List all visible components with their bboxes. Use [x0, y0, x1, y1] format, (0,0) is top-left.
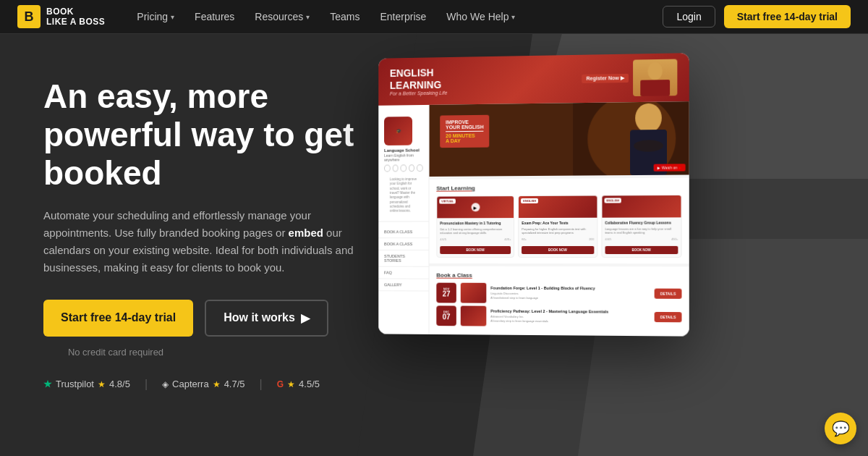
- capterra-icon: ◈: [162, 379, 169, 389]
- trustpilot-label: Trustpilot: [56, 379, 94, 389]
- register-btn[interactable]: Register Now ▶: [582, 74, 629, 83]
- video-section: IMPROVE YOUR ENGLISH 20 MINUTES A DAY ▶ …: [430, 101, 689, 177]
- card-3-title: Collaborative Fluency Group Lessons: [605, 220, 678, 225]
- book-details-btn-1[interactable]: DETAILS: [655, 288, 682, 298]
- book-row-1: Nov 27 Foundation Forge: Level 1 - Build…: [436, 282, 681, 303]
- mockup-browser: ENGLISH LEARNING For a Better Speaking L…: [378, 53, 689, 336]
- card-2-title: Exam Prep: Ace Your Tests: [522, 221, 594, 226]
- card-1-badge: VIRTUAL: [439, 199, 456, 204]
- card-2-book-btn[interactable]: BOOK NOW: [522, 246, 594, 254]
- card-3-body: Collaborative Fluency Group Lessons Lang…: [602, 217, 681, 256]
- card-2-meta: 60+ 200: [522, 237, 594, 241]
- card-3-book-btn[interactable]: BOOK NOW: [605, 246, 678, 254]
- book-info-1: Foundation Forge: Level 1 - Building Blo…: [490, 286, 650, 300]
- nav-item-resources[interactable]: Resources▾: [246, 7, 318, 27]
- trustpilot-stars: ★: [98, 379, 106, 389]
- card-1-image: VIRTUAL ▶: [437, 196, 514, 218]
- chat-button[interactable]: 💬: [825, 413, 856, 444]
- start-learning-section: Start Learning VIRTUAL ▶ Pronunciation M…: [430, 178, 689, 263]
- hero-subtitle: Automate your scheduling and effortlessl…: [43, 207, 362, 276]
- logo-icon: B: [17, 5, 41, 28]
- banner-person-image: [633, 59, 677, 97]
- g2-score: 4.5/5: [299, 379, 320, 389]
- nav-item-enterprise[interactable]: Enterprise: [372, 7, 435, 27]
- card-3-image: ENGLISH: [602, 195, 681, 218]
- card-1: VIRTUAL ▶ Pronunciation Mastery in 1 Tut…: [436, 195, 514, 258]
- hero-section: An easy, more powerful way to get booked…: [0, 34, 868, 456]
- logo-text: BOOK LIKE A BOSS: [46, 7, 105, 28]
- nav-item-pricing[interactable]: Pricing▾: [128, 7, 183, 27]
- card-1-meta: 4.6/5 420+: [440, 237, 511, 241]
- book-info-2: Proficiency Pathway: Level 2 - Mastering…: [490, 309, 650, 324]
- sidebar-info-text: Looking to improve your English for scho…: [384, 174, 423, 216]
- nav-item-teams[interactable]: Teams: [321, 7, 368, 27]
- no-credit-card-text: No credit card required: [43, 347, 188, 358]
- banner-text: ENGLISH LEARNING For a Better Speaking L…: [390, 67, 448, 96]
- card-3-meta: 4.6/5 450+: [605, 237, 678, 240]
- card-2-badge: ENGLISH: [521, 198, 538, 203]
- sidebar-nav-gallery[interactable]: GALLERY: [378, 279, 428, 291]
- card-2-body: Exam Prep: Ace Your Tests Preparing for …: [519, 218, 597, 257]
- book-class-image-1: [461, 282, 487, 303]
- card-3-reviews: 450+: [671, 237, 678, 240]
- svg-point-0: [647, 62, 662, 80]
- sidebar-nav-book-class-2[interactable]: BOOK A CLASS: [378, 238, 428, 250]
- card-1-title: Pronunciation Mastery in 1 Tutoring: [440, 221, 511, 226]
- book-details-btn-2[interactable]: DETAILS: [655, 312, 682, 322]
- hero-trial-button[interactable]: Start free 14-day trial: [43, 300, 193, 337]
- card-2: ENGLISH Exam Prep: Ace Your Tests Prepar…: [518, 195, 597, 258]
- book-class-title: Book a Class: [436, 271, 681, 279]
- sidebar-social: [384, 164, 423, 172]
- mockup-main-content: IMPROVE YOUR ENGLISH 20 MINUTES A DAY ▶ …: [430, 101, 689, 336]
- start-trial-button[interactable]: Start free 14-day trial: [724, 5, 851, 28]
- video-thumbnail[interactable]: IMPROVE YOUR ENGLISH 20 MINUTES A DAY ▶ …: [430, 101, 689, 177]
- start-learning-title: Start Learning: [436, 184, 681, 192]
- sidebar-nav-stories[interactable]: STUDENTS STORIES: [378, 250, 428, 267]
- video-text-overlay: IMPROVE YOUR ENGLISH 20 MINUTES A DAY: [440, 115, 489, 148]
- hero-buttons: Start free 14-day trial How it works ▶: [43, 300, 401, 337]
- navigation: B BOOK LIKE A BOSS Pricing▾ Features Res…: [0, 0, 868, 34]
- book-date-1: Nov 27: [436, 282, 456, 303]
- login-button[interactable]: Login: [663, 6, 715, 28]
- trustpilot-icon: [43, 380, 52, 389]
- sidebar-nav-book-class[interactable]: BOOK A CLASS: [378, 226, 428, 238]
- card-3-badge: ENGLISH: [604, 198, 621, 203]
- nav-item-who-we-help[interactable]: Who We Help▾: [438, 7, 524, 27]
- video-play-button[interactable]: ▶ Watch on ▶: [654, 164, 686, 171]
- divider-2: |: [260, 378, 263, 391]
- nav-items: Pricing▾ Features Resources▾ Teams Enter…: [128, 7, 663, 27]
- how-it-works-button[interactable]: How it works ▶: [205, 300, 328, 337]
- mockup-banner: ENGLISH LEARNING For a Better Speaking L…: [378, 53, 689, 106]
- sidebar-logo-area: 🎓 Language School Learn English from any…: [378, 112, 428, 221]
- logo[interactable]: B BOOK LIKE A BOSS: [17, 5, 105, 28]
- card-1-desc: Get a 1-2 learning center offering compr…: [440, 227, 511, 235]
- card-2-image: ENGLISH: [519, 196, 597, 219]
- card-1-book-btn[interactable]: BOOK NOW: [440, 246, 511, 254]
- social-icon-3: [401, 165, 407, 172]
- g2-icon: G: [277, 379, 284, 389]
- chat-icon: 💬: [832, 420, 850, 437]
- card-1-body: Pronunciation Mastery in 1 Tutoring Get …: [437, 218, 514, 257]
- card-3-rating: 4.6/5: [605, 237, 611, 241]
- trustpilot-score: 4.8/5: [109, 379, 130, 389]
- card-1-play-icon: ▶: [471, 203, 480, 211]
- sidebar-logo: 🎓: [384, 117, 412, 145]
- nav-item-features[interactable]: Features: [186, 7, 243, 27]
- capterra-stars: ★: [213, 379, 221, 389]
- sidebar-nav-faq[interactable]: FAQ: [378, 266, 428, 279]
- sidebar-school-desc: Learn English from anywhere: [384, 153, 423, 162]
- card-3: ENGLISH Collaborative Fluency Group Less…: [601, 195, 681, 258]
- card-2-reviews: 200: [589, 237, 594, 241]
- trustpilot-rating: Trustpilot ★ 4.8/5: [43, 379, 130, 389]
- book-class-section: Book a Class Nov 27 Foundation Forge: Le…: [430, 266, 689, 336]
- hero-title: An easy, more powerful way to get booked: [43, 77, 401, 193]
- card-1-reviews: 420+: [504, 237, 511, 241]
- capterra-label: Capterra: [172, 379, 209, 389]
- g2-stars: ★: [287, 379, 295, 389]
- svg-rect-2: [640, 80, 670, 96]
- ratings-bar: Trustpilot ★ 4.8/5 | ◈ Capterra ★ 4.7/5 …: [43, 378, 401, 391]
- book-class-image-2: [461, 305, 487, 326]
- mockup-preview: ENGLISH LEARNING For a Better Speaking L…: [378, 53, 689, 449]
- mockup-body: 🎓 Language School Learn English from any…: [378, 101, 689, 336]
- mockup-sidebar: 🎓 Language School Learn English from any…: [378, 105, 429, 334]
